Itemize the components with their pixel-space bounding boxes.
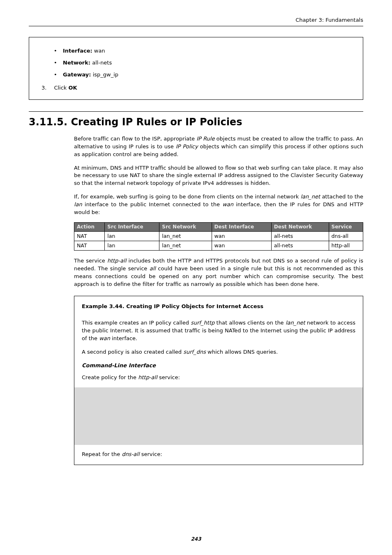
col-dest-network: Dest Network (271, 222, 329, 231)
table-header-row: Action Src Interface Src Network Dest In… (74, 222, 363, 231)
list-item: Interface: wan (54, 47, 352, 55)
paragraph: Repeat for the dns-all service: (82, 451, 355, 458)
steps-box: Interface: wan Network: all-nets Gateway… (29, 37, 363, 100)
field-label: Network: (63, 60, 90, 66)
field-label: Interface: (63, 48, 92, 54)
field-label: Gateway: (63, 71, 91, 78)
field-list: Interface: wan Network: all-nets Gateway… (40, 47, 352, 79)
col-service: Service (329, 222, 363, 231)
col-action: Action (74, 222, 105, 231)
col-dest-interface: Dest Interface (212, 222, 271, 231)
paragraph: The service http-all includes both the H… (74, 257, 363, 288)
table-row: NAT lan lan_net wan all-nets dns-all (74, 232, 363, 241)
col-src-interface: Src Interface (105, 222, 159, 231)
page-header: Chapter 3: Fundamentals (29, 16, 363, 26)
table-row: NAT lan lan_net wan all-nets http-all (74, 241, 363, 251)
paragraph: Before traffic can flow to the ISP, appr… (74, 135, 363, 159)
chapter-label: Chapter 3: Fundamentals (295, 17, 363, 23)
step-number: 3. (42, 84, 46, 92)
col-src-network: Src Network (159, 222, 212, 231)
numbered-step: 3. Click OK (42, 84, 352, 92)
list-item: Gateway: isp_gw_ip (54, 71, 352, 79)
code-block (74, 387, 363, 445)
section-rule (29, 111, 363, 112)
example-box: Example 3.44. Creating IP Policy Objects… (74, 296, 363, 465)
section-title: 3.11.5. Creating IP Rules or IP Policies (29, 115, 363, 129)
page-number: 243 (0, 536, 392, 543)
paragraph: A second policy is also created called s… (82, 348, 355, 356)
paragraph: If, for example, web surfing is going to… (74, 193, 363, 216)
ip-rules-table: Action Src Interface Src Network Dest In… (74, 222, 363, 251)
list-item: Network: all-nets (54, 59, 352, 67)
field-value: all-nets (92, 60, 112, 66)
field-value: wan (94, 48, 105, 54)
example-title: Example 3.44. Creating IP Policy Objects… (82, 303, 355, 311)
paragraph: Create policy for the http-all service: (82, 374, 355, 382)
paragraph: This example creates an IP policy called… (82, 319, 355, 343)
cli-heading: Command-Line Interface (82, 362, 355, 370)
field-value: isp_gw_ip (93, 71, 118, 78)
step-text: Click OK (54, 84, 77, 92)
paragraph: At minimum, DNS and HTTP traffic should … (74, 164, 363, 188)
